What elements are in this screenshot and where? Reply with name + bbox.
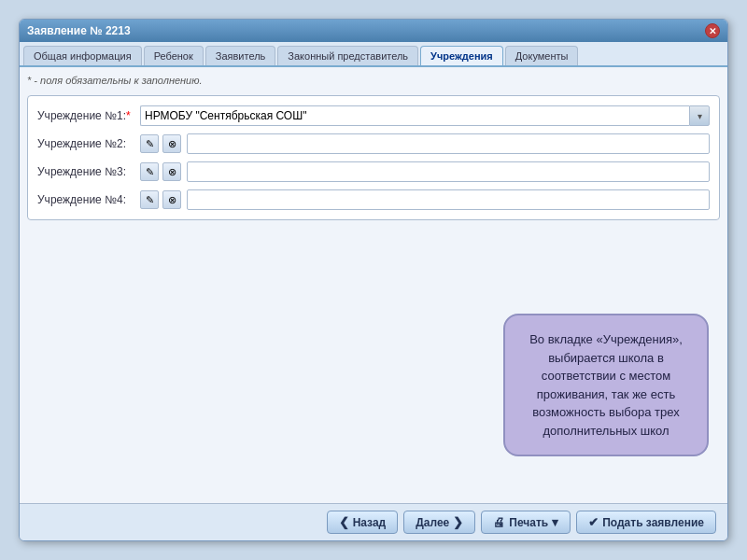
tab-general[interactable]: Общая информация — [23, 46, 142, 65]
tab-child[interactable]: Ребенок — [144, 46, 204, 65]
institution-3-input[interactable] — [187, 161, 710, 182]
tab-applicant[interactable]: Заявитель — [205, 46, 276, 65]
institution-4-input[interactable] — [187, 189, 710, 210]
main-window: Заявление № 2213 ✕ Общая информация Ребе… — [19, 19, 728, 541]
tab-documents[interactable]: Документы — [505, 46, 579, 65]
print-button[interactable]: 🖨 Печать ▾ — [481, 511, 571, 534]
form-row-3: Учреждение №3: ✎ ⊗ — [37, 161, 710, 182]
institution-2-icons: ✎ ⊗ — [140, 134, 183, 153]
required-note: * - поля обязательны к заполнению. — [27, 75, 720, 86]
back-button[interactable]: ❮ Назад — [327, 511, 399, 534]
institution-4-edit-button[interactable]: ✎ — [140, 190, 159, 209]
print-icon: 🖨 — [493, 515, 505, 529]
label-institution-3: Учреждение №3: — [37, 165, 140, 178]
form-row-2: Учреждение №2: ✎ ⊗ — [37, 133, 710, 154]
submit-label: Подать заявление — [602, 516, 704, 529]
form-section: Учреждение №1:* ▾ Учреждение №2: ✎ ⊗ Учр… — [27, 95, 720, 220]
print-label: Печать — [509, 516, 548, 529]
window-title: Заявление № 2213 — [27, 24, 131, 37]
next-label: Далее — [416, 516, 449, 529]
tooltip-bubble: Во вкладке «Учреждения», выбирается школ… — [503, 314, 709, 456]
next-icon: ❯ — [453, 515, 463, 529]
next-button[interactable]: Далее ❯ — [403, 511, 475, 534]
institution-3-edit-button[interactable]: ✎ — [140, 162, 159, 181]
institution-1-input[interactable] — [140, 105, 689, 126]
back-label: Назад — [353, 516, 387, 529]
tab-legal-rep[interactable]: Законный представитель — [277, 46, 418, 65]
label-institution-2: Учреждение №2: — [37, 137, 140, 150]
close-button[interactable]: ✕ — [705, 23, 720, 38]
footer-bar: ❮ Назад Далее ❯ 🖨 Печать ▾ ✔ Подать заяв… — [20, 503, 727, 540]
label-institution-4: Учреждение №4: — [37, 193, 140, 206]
tooltip-text: Во вкладке «Учреждения», выбирается школ… — [529, 332, 683, 438]
tab-institutions[interactable]: Учреждения — [420, 46, 503, 65]
institution-4-clear-button[interactable]: ⊗ — [162, 190, 181, 209]
institution-3-icons: ✎ ⊗ — [140, 162, 183, 181]
institution-2-edit-button[interactable]: ✎ — [140, 134, 159, 153]
institution-1-field[interactable]: ▾ — [140, 105, 710, 126]
institution-2-clear-button[interactable]: ⊗ — [162, 134, 181, 153]
title-bar: Заявление № 2213 ✕ — [20, 20, 727, 42]
form-row-4: Учреждение №4: ✎ ⊗ — [37, 189, 710, 210]
label-institution-1: Учреждение №1:* — [37, 109, 140, 122]
submit-button[interactable]: ✔ Подать заявление — [576, 511, 716, 534]
tabs-bar: Общая информация Ребенок Заявитель Закон… — [20, 42, 727, 67]
institution-2-input[interactable] — [187, 133, 710, 154]
back-icon: ❮ — [339, 515, 349, 529]
content-area: * - поля обязательны к заполнению. Учреж… — [20, 67, 727, 503]
institution-4-icons: ✎ ⊗ — [140, 190, 183, 209]
institution-3-clear-button[interactable]: ⊗ — [162, 162, 181, 181]
form-row-1: Учреждение №1:* ▾ — [37, 105, 710, 126]
institution-1-dropdown-arrow[interactable]: ▾ — [689, 105, 710, 126]
print-dropdown-icon: ▾ — [552, 515, 558, 529]
submit-icon: ✔ — [588, 515, 599, 529]
